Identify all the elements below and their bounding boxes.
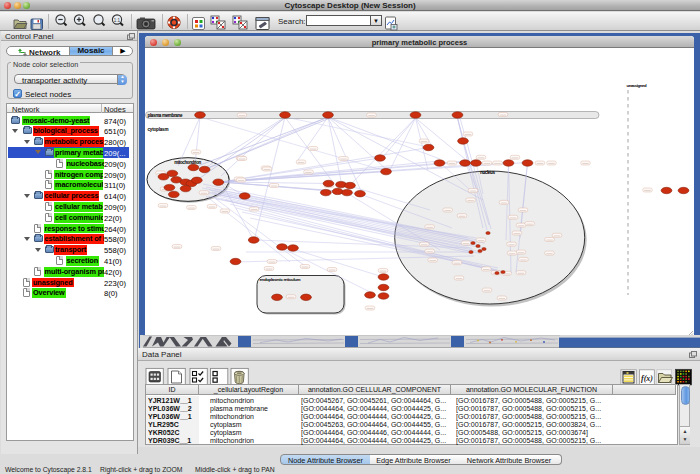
svg-text:cytoplasm: cytoplasm <box>148 127 169 132</box>
svg-text:f(x): f(x) <box>641 374 653 383</box>
svg-text:plasma membrane: plasma membrane <box>148 113 183 118</box>
svg-text:mitochondrion: mitochondrion <box>174 160 201 165</box>
svg-text:1:1: 1:1 <box>114 18 121 23</box>
svg-text:endoplasmic reticulum: endoplasmic reticulum <box>260 277 301 282</box>
svg-text:nucleus: nucleus <box>480 170 495 175</box>
svg-text:unassigned: unassigned <box>627 83 647 88</box>
